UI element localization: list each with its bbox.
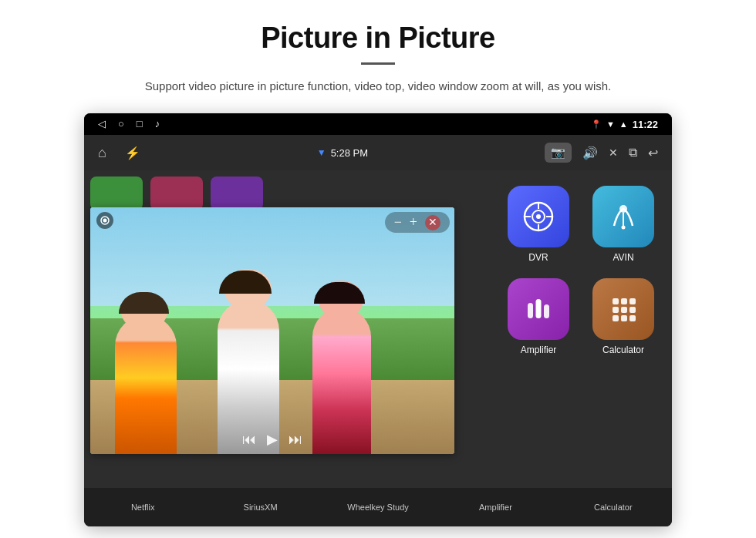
avin-label: AVIN	[613, 252, 633, 263]
recents-nav-icon[interactable]: □	[137, 118, 143, 130]
app-icons-top-row	[90, 177, 263, 210]
usb-icon: ⚡	[125, 146, 140, 160]
fast-forward-button[interactable]: ⏭	[289, 432, 302, 448]
calculator-label: Calculator	[602, 345, 644, 355]
svg-rect-14	[544, 304, 549, 318]
page-title: Picture in Picture	[261, 22, 495, 55]
svg-rect-20	[629, 307, 636, 313]
person-3	[299, 281, 383, 454]
device-frame: ◁ ○ □ ♪ 📍 ▼ ▲ 11:22 ⌂ ⚡ ▼ 5:28 PM	[84, 113, 672, 526]
svg-rect-22	[621, 315, 627, 321]
pip-toolbar-icon[interactable]: ⧉	[629, 146, 637, 160]
bottom-app-siriusxm: SiriusXM	[201, 503, 319, 512]
netflix-bottom-label: Netflix	[131, 503, 155, 512]
title-divider	[361, 62, 395, 65]
svg-rect-23	[629, 315, 636, 321]
app-icon-avin	[592, 186, 654, 247]
volume-icon[interactable]: 🔊	[582, 146, 598, 160]
app-icon-amplifier	[508, 278, 569, 340]
app-icon-purple	[211, 177, 263, 210]
pip-area: − + ✕ ⏮ ▶ ⏭	[84, 170, 490, 488]
pip-video-scene	[90, 207, 454, 454]
toolbar-right: 📷 🔊 ✕ ⧉ ↩	[545, 143, 658, 163]
rewind-button[interactable]: ⏮	[242, 432, 256, 448]
person-2	[202, 269, 295, 454]
pip-minus-button[interactable]: −	[394, 214, 402, 230]
page-wrapper: Picture in Picture Support video picture…	[0, 0, 756, 526]
status-bar-left: ◁ ○ □ ♪	[98, 118, 160, 130]
music-nav-icon: ♪	[155, 118, 160, 130]
svg-rect-15	[613, 298, 619, 304]
calculator-bottom-label: Calculator	[594, 503, 633, 512]
pip-record-icon	[96, 212, 113, 229]
bottom-app-wheelkey: Wheelkey Study	[319, 503, 437, 512]
svg-point-1	[103, 219, 107, 223]
page-subtitle: Support video picture in picture functio…	[145, 77, 611, 95]
app-icon-dvr	[508, 186, 569, 247]
back-toolbar-icon[interactable]: ↩	[648, 146, 658, 160]
app-icon-pink	[150, 177, 203, 210]
dvr-label: DVR	[528, 252, 548, 263]
bottom-app-netflix: Netflix	[84, 503, 201, 512]
amplifier-label: Amplifier	[521, 345, 557, 355]
wheelkey-bottom-label: Wheelkey Study	[347, 503, 408, 512]
svg-point-11	[622, 226, 626, 230]
wifi-toolbar-icon: ▼	[317, 147, 326, 158]
app-cell-amplifier[interactable]: Amplifier	[496, 271, 581, 363]
app-cell-calculator[interactable]: Calculator	[581, 271, 666, 363]
svg-rect-19	[621, 307, 627, 313]
pip-resize-controls: − + ✕	[385, 212, 450, 233]
app-cell-avin[interactable]: AVIN	[581, 178, 666, 271]
toolbar-time: 5:28 PM	[331, 147, 368, 159]
svg-rect-13	[536, 299, 542, 318]
svg-point-4	[536, 214, 541, 219]
home-icon[interactable]: ⌂	[98, 145, 106, 161]
bottom-labels-row: Netflix SiriusXM Wheelkey Study Amplifie…	[84, 488, 672, 526]
camera-button[interactable]: 📷	[545, 143, 572, 163]
signal-icon: ▲	[619, 119, 628, 129]
play-button[interactable]: ▶	[267, 431, 278, 448]
toolbar-center: ▼ 5:28 PM	[317, 147, 368, 159]
back-nav-icon[interactable]: ◁	[98, 118, 106, 130]
svg-rect-12	[528, 303, 533, 318]
status-time: 11:22	[633, 119, 658, 130]
siriusxm-bottom-label: SiriusXM	[244, 503, 278, 512]
bottom-app-amplifier-bottom: Amplifier	[437, 503, 554, 512]
svg-rect-16	[621, 298, 627, 304]
bottom-app-calculator-bottom: Calculator	[555, 503, 672, 512]
toolbar-left: ⌂ ⚡	[98, 145, 140, 161]
pip-controls-top	[96, 212, 113, 229]
svg-rect-18	[613, 307, 619, 313]
pip-playback-controls: ⏮ ▶ ⏭	[242, 431, 302, 448]
home-nav-icon[interactable]: ○	[118, 118, 124, 130]
app-content: − + ✕ ⏮ ▶ ⏭	[84, 170, 672, 488]
pip-close-button[interactable]: ✕	[425, 215, 440, 230]
pip-plus-button[interactable]: +	[410, 214, 417, 230]
app-icon-calculator	[592, 278, 654, 340]
svg-point-9	[619, 205, 627, 213]
person-1	[100, 292, 192, 454]
wifi-icon: ▼	[606, 119, 615, 129]
app-icon-green	[90, 177, 143, 210]
location-icon: 📍	[591, 119, 602, 129]
close-toolbar-icon[interactable]: ✕	[609, 146, 618, 160]
pip-window[interactable]: − + ✕ ⏮ ▶ ⏭	[90, 207, 454, 454]
status-bar: ◁ ○ □ ♪ 📍 ▼ ▲ 11:22	[84, 113, 672, 135]
svg-rect-17	[629, 298, 636, 304]
app-cell-dvr[interactable]: DVR	[496, 178, 581, 271]
status-bar-right: 📍 ▼ ▲ 11:22	[591, 119, 658, 130]
app-toolbar: ⌂ ⚡ ▼ 5:28 PM 📷 🔊 ✕ ⧉ ↩	[84, 135, 672, 170]
amplifier-bottom-label: Amplifier	[479, 503, 512, 512]
svg-rect-21	[613, 315, 619, 321]
app-grid-right: DVR AVIN	[490, 170, 672, 488]
